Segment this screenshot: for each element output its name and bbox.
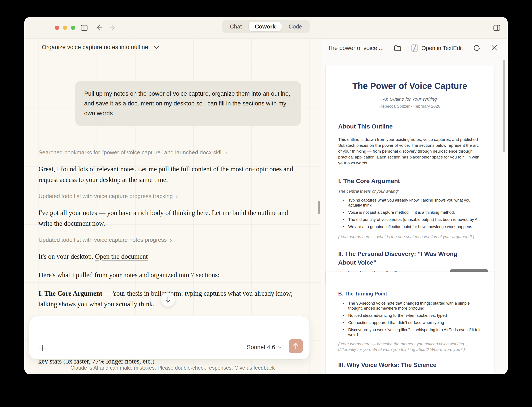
doc-bullet: Voice is not just a capture method — it … — [338, 210, 481, 215]
chevron-right-icon: › — [170, 237, 172, 243]
left-sidebar-toggle-icon[interactable] — [80, 24, 88, 31]
preview-document-title: The power of voice ... — [327, 45, 384, 52]
disclaimer-footer: Claude is AI and can make mistakes. Plea… — [24, 365, 321, 371]
doc-heading-about: About This Outline — [338, 122, 481, 131]
traffic-lights — [55, 26, 75, 30]
zoom-window-button[interactable] — [71, 26, 75, 30]
session-title-row[interactable]: Organize voice capture notes into outlin… — [42, 44, 159, 51]
app-window: Chat Cowork Code Organize voice capture … — [24, 17, 508, 374]
assistant-message-text: Here's what I pulled from your notes and… — [39, 271, 219, 279]
model-selector[interactable]: Sonnet 4.6 — [247, 344, 282, 351]
doc-s1-placeholder: [ Your words here — what is the one sent… — [338, 234, 481, 240]
minimize-window-button[interactable] — [63, 26, 67, 30]
show-in-folder-icon[interactable] — [394, 44, 402, 52]
document-preview-pane: The power of voice ... Open in TextEdit — [321, 39, 508, 374]
message-list: Searched bookmarks for "power of voice c… — [39, 142, 295, 346]
disclaimer-text: Claude is AI and can make mistakes. Plea… — [71, 365, 233, 371]
arrow-up-icon — [293, 342, 299, 350]
message-composer[interactable]: Sonnet 4.6 — [29, 316, 310, 360]
forward-arrow-icon[interactable] — [109, 24, 117, 31]
scroll-to-bottom-button[interactable] — [161, 292, 175, 307]
tool-event-label: Updated todo list with voice capture pro… — [39, 193, 173, 200]
titlebar: Chat Cowork Code — [24, 17, 508, 39]
chat-pane: Organize voice capture notes into outlin… — [24, 39, 321, 374]
doc-b-bullets: The 90-second voice note that changed th… — [338, 301, 481, 337]
chevron-down-icon — [154, 46, 159, 49]
doc-bullet: We are at a genuine inflection point for… — [338, 224, 481, 229]
doc-heading-s3: III. Why Voice Works: The Science — [338, 361, 481, 369]
assistant-message: Great, I found lots of relevant notes. L… — [39, 164, 295, 185]
session-title: Organize voice capture notes into outlin… — [42, 44, 148, 51]
preview-scrollbar-thumb[interactable] — [503, 60, 505, 152]
tool-event-todo2[interactable]: Updated todo list with voice capture not… — [39, 236, 295, 243]
doc-s1-bullets: Typing captures what you already know. T… — [338, 198, 481, 229]
doc-bullet: Connections appeared that didn't surface… — [338, 320, 481, 325]
mode-tab-group: Chat Cowork Code — [222, 20, 310, 33]
textedit-app-icon — [411, 44, 419, 52]
doc-subtitle: An Outline for Your Writing — [338, 96, 481, 102]
send-button[interactable] — [289, 339, 303, 353]
doc-bullet: Noticed ideas advancing further when spo… — [338, 313, 481, 318]
assistant-message: I've got all your notes — you have a ric… — [39, 207, 295, 229]
doc-heading-b: B. The Turning Point — [338, 291, 481, 297]
tool-event-search[interactable]: Searched bookmarks for "power of voice c… — [39, 149, 295, 156]
tool-event-label: Updated todo list with voice capture not… — [39, 236, 167, 243]
doc-byline: Rebecca Spitzer • February 2026 — [338, 104, 481, 109]
chevron-right-icon: › — [176, 193, 178, 200]
doc-b-placeholder: [ Your words here — describe the moment … — [338, 341, 481, 352]
chat-scrollbar-thumb[interactable] — [318, 201, 320, 214]
doc-bullet: The old penalty of voice notes (unusable… — [338, 217, 481, 222]
doc-bullet: Discovered you were “voice-pilled” — whi… — [338, 327, 481, 337]
user-message-text: Pull up my notes on the power of voice c… — [84, 90, 290, 117]
document-page-2: B. The Turning Point The 90-second voice… — [326, 272, 494, 374]
doc-about-body: This outline is drawn from your existing… — [338, 137, 481, 166]
assistant-message: Here's what I pulled from your notes and… — [39, 270, 295, 280]
open-in-textedit-label: Open in TextEdit — [421, 45, 463, 52]
tool-event-todo1[interactable]: Updated todo list with voice capture pro… — [39, 193, 295, 200]
document-scroll-area[interactable]: The Power of Voice Capture An Outline fo… — [321, 57, 508, 374]
doc-s1-intro: The central thesis of your writing: — [338, 189, 481, 194]
tab-cowork[interactable]: Cowork — [249, 22, 282, 31]
doc-heading-s1: I. The Core Argument — [338, 177, 481, 186]
model-label: Sonnet 4.6 — [247, 344, 275, 351]
doc-title: The Power of Voice Capture — [338, 81, 481, 91]
doc-s3-intro: You've collected compelling research acr… — [338, 374, 481, 374]
right-sidebar-toggle-icon[interactable] — [493, 24, 500, 31]
close-window-button[interactable] — [55, 26, 59, 30]
attach-plus-button[interactable] — [38, 343, 48, 353]
arrow-down-icon — [165, 296, 171, 303]
assistant-message: It's on your desktop. Open the document — [39, 251, 295, 262]
assistant-message-text: It's on your desktop. — [39, 253, 95, 260]
preview-header: The power of voice ... Open in TextEdit — [321, 39, 508, 57]
section-lead-bold: I. The Core Argument — [39, 290, 102, 297]
feedback-link[interactable]: Give us feedback — [234, 365, 275, 371]
tab-code[interactable]: Code — [283, 22, 308, 31]
doc-heading-s2: II. The Personal Discovery: “I Was Wrong… — [338, 250, 469, 267]
plus-icon — [39, 344, 46, 352]
open-in-textedit-button[interactable]: Open in TextEdit — [411, 44, 463, 52]
document-page-1: The Power of Voice Capture An Outline fo… — [326, 65, 494, 283]
tab-chat[interactable]: Chat — [224, 22, 248, 31]
user-message-bubble: Pull up my notes on the power of voice c… — [75, 81, 301, 126]
refresh-icon[interactable] — [473, 44, 481, 52]
back-arrow-icon[interactable] — [95, 24, 103, 31]
chevron-down-icon — [278, 346, 282, 349]
assistant-message-text: Great, I found lots of relevant notes. L… — [39, 165, 293, 183]
tool-event-label: Searched bookmarks for "power of voice c… — [39, 149, 223, 156]
assistant-message-text: I've got all your notes — you have a ric… — [39, 209, 288, 227]
doc-bullet: Typing captures what you already know. T… — [338, 198, 481, 208]
chevron-right-icon: › — [226, 149, 228, 156]
doc-bullet: The 90-second voice note that changed th… — [338, 301, 481, 311]
open-document-link[interactable]: Open the document — [95, 253, 148, 260]
close-preview-icon[interactable] — [491, 44, 499, 52]
